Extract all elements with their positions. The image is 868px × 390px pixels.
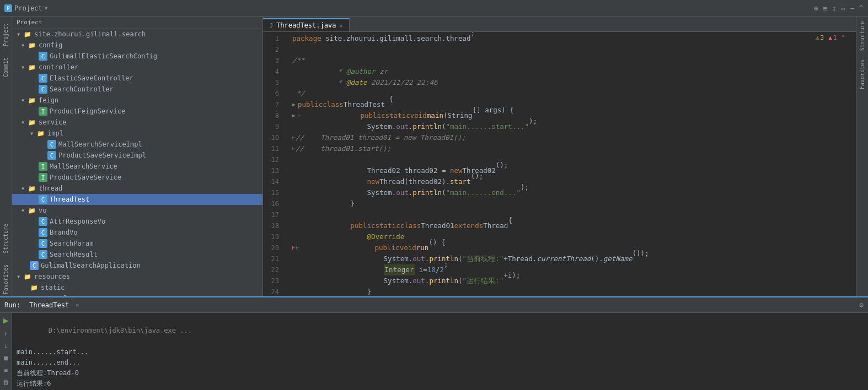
list-item[interactable]: ▾ 📁 vo [12, 205, 262, 216]
run-start-button[interactable]: ▶ [3, 315, 9, 326]
list-item[interactable]: ▾ 📁 controller [12, 62, 262, 73]
interface-icon: I [39, 173, 47, 182]
tree-item-label: MallSearchService [50, 162, 117, 170]
list-item-selected[interactable]: C ThreadTest [12, 194, 262, 205]
run-scroll-down-button[interactable]: ↓ [4, 342, 8, 350]
project-dropdown-arrow[interactable]: ▼ [45, 5, 48, 11]
list-item[interactable]: ▾ 📁 resources [12, 271, 262, 282]
project-icon: P [4, 4, 12, 12]
fold-arrow-7[interactable]: ▶ [292, 99, 296, 110]
sidebar-item-commit[interactable]: Commit [2, 55, 10, 79]
class-icon: C [39, 217, 47, 226]
toolbar-list-icon[interactable]: ≡ [823, 4, 827, 13]
run-stop-button[interactable]: ■ [4, 354, 8, 362]
tree-item-label: resources [34, 273, 70, 280]
list-item[interactable]: C GulimallSearchApplication [12, 260, 262, 271]
list-item[interactable]: C AttrResponseVo [12, 216, 262, 227]
run-tab-close-button[interactable]: ✕ [76, 302, 79, 308]
sidebar-item-structure[interactable]: Structure [2, 221, 10, 256]
line-num: 14 [263, 176, 283, 187]
code-content[interactable]: package site.zhourui.gilimall.search.thr… [288, 32, 856, 296]
sidebar-item-favorites[interactable]: Favorites [2, 262, 10, 296]
toolbar-add-icon[interactable]: ⊕ [813, 4, 818, 13]
tree-item-label: thread [39, 185, 62, 192]
tree-arrow-icon: ▾ [30, 129, 36, 137]
list-item[interactable]: ▾ 📁 thread [12, 183, 262, 194]
list-item[interactable]: ▾ 📁 site.zhourui.gilimall.search [12, 29, 262, 40]
toolbar-close-icon[interactable]: ^ [859, 4, 864, 13]
output-line-4: 运行结果:6 [17, 378, 864, 389]
toolbar-sort-icon[interactable]: ↕ [832, 4, 836, 13]
tab-close-button[interactable]: ✕ [339, 23, 342, 29]
tree-header-label: Project [17, 19, 42, 26]
code-line-1: package site.zhourui.gilimall.search.thr… [292, 33, 856, 44]
run-list-icon[interactable]: ≡ [4, 366, 8, 374]
tree-item-label: service [39, 118, 67, 126]
list-item[interactable]: C SearchParam [12, 238, 262, 249]
run-scroll-up-button[interactable]: ↑ [4, 330, 8, 338]
code-line-23: System.out.println("运行结果:"+i); [292, 275, 856, 286]
tab-label: ThreadTest.java [276, 21, 336, 29]
list-item[interactable]: C GulimallElasticSearchConfig [12, 51, 262, 62]
tab-threadtest[interactable]: J ThreadTest.java ✕ [263, 18, 350, 31]
toolbar-expand-icon[interactable]: ↔ [841, 4, 845, 13]
code-area[interactable]: ⚠ 3 ▲ 1 ^ 1 2 3 4 5 6 7 8 9 10 1 [263, 32, 856, 296]
folder-icon: 📁 [28, 118, 36, 127]
list-item[interactable]: 📁 static [12, 282, 262, 293]
tree-item-label: feign [39, 96, 58, 104]
list-item[interactable]: C BrandVo [12, 227, 262, 238]
status-indicators: ⚠ 3 ▲ 1 ^ [816, 34, 845, 41]
sidebar-item-structure-right[interactable]: Structure [858, 17, 866, 55]
run-tab-threadtest[interactable]: ThreadTest ✕ [25, 299, 79, 311]
list-item[interactable]: C ElasticSaveController [12, 73, 262, 84]
tree-item-label: site.zhourui.gilimall.search [34, 30, 146, 38]
run-clear-button[interactable]: 🗑 [3, 378, 9, 386]
interface-icon: I [39, 107, 47, 116]
class-icon: C [30, 261, 39, 270]
class-icon: C [39, 228, 47, 237]
list-item[interactable]: ▾ 📁 feign [12, 95, 262, 106]
code-line-16: } [292, 198, 856, 209]
editor-tab-bar: J ThreadTest.java ✕ [263, 17, 856, 32]
run-settings-gear[interactable]: ⚙ [859, 301, 864, 309]
tree-arrow-icon: ▾ [21, 41, 28, 49]
code-line-4: * @author zr [292, 66, 856, 77]
tree-arrow-icon: ▾ [17, 30, 23, 38]
interface-icon: I [39, 162, 47, 171]
run-output: D:\environment\jdk8\bin\java.exe ... mai… [12, 313, 868, 390]
list-item[interactable]: C ProductSaveServiceImpl [12, 150, 262, 161]
scroll-up-icon[interactable]: ^ [841, 34, 845, 41]
list-item[interactable]: I ProductFeignService [12, 106, 262, 117]
line-num: 15 [263, 187, 283, 198]
line-num: 21 [263, 253, 283, 264]
list-item[interactable]: ▾ 📁 service [12, 117, 262, 128]
list-item[interactable]: I ProductSaveService [12, 172, 262, 183]
line-num: 19 [263, 231, 283, 242]
sidebar-item-project[interactable]: Project [2, 21, 10, 48]
folder-icon: 📁 [28, 206, 36, 215]
list-item[interactable]: C SearchResult [12, 249, 262, 260]
list-item[interactable]: ▾ 📁 impl [12, 128, 262, 139]
toolbar-minimize-icon[interactable]: − [850, 4, 854, 13]
tree-header: Project [12, 17, 262, 29]
class-icon: C [47, 151, 56, 160]
error-icon: ▲ [828, 34, 832, 41]
code-line-15: System.out.println("main......end..."); [292, 187, 856, 198]
list-item[interactable]: I MallSearchService [12, 161, 262, 172]
list-item[interactable]: C MallSearchServiceImpl [12, 139, 262, 150]
code-line-5: * @date 2021/11/22 22:46 [292, 77, 856, 88]
code-line-14: new Thread(thread02).start(); [292, 176, 856, 187]
tree-item-label: ProductSaveServiceImpl [58, 151, 146, 159]
class-icon: C [39, 239, 47, 248]
code-line-12 [292, 154, 856, 165]
tree-arrow-icon: ▾ [21, 185, 28, 192]
folder-icon: 📁 [28, 63, 36, 72]
tree-item-label: config [39, 41, 62, 49]
top-toolbar: ⊕ ≡ ↕ ↔ − ^ [813, 4, 864, 13]
folder-icon: 📁 [28, 96, 36, 105]
sidebar-item-favorites-right[interactable]: Favorites [858, 55, 866, 94]
tree-arrow-icon: ▾ [21, 207, 28, 214]
list-item[interactable]: C SearchController [12, 84, 262, 95]
list-item[interactable]: ▾ 📁 config [12, 40, 262, 51]
tree-item-label: ProductFeignService [50, 107, 125, 115]
